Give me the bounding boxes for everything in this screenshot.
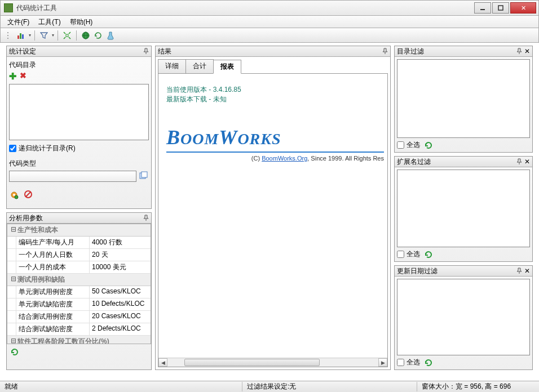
scroll-right-icon[interactable]: ▶ <box>378 358 387 367</box>
menu-help[interactable]: 帮助(H) <box>65 16 98 28</box>
date-select-all-label: 全选 <box>407 358 420 367</box>
horizontal-scrollbar[interactable]: ◀ ▶ <box>158 358 387 367</box>
svg-rect-13 <box>142 172 147 177</box>
pin-icon[interactable] <box>516 268 522 274</box>
status-bar: 就绪 过滤结果设定:无 窗体大小：宽 = 956, 高 = 696 <box>0 381 539 392</box>
svg-point-15 <box>13 194 15 196</box>
pin-icon[interactable] <box>516 158 522 165</box>
svg-rect-6 <box>20 33 21 39</box>
filter-button[interactable]: ▾ <box>38 30 50 41</box>
toolbar: ▾ ▾ <box>0 28 539 43</box>
param-group-header[interactable]: ⊟生产性和成本 <box>7 224 151 237</box>
globe-button[interactable] <box>80 30 91 41</box>
gear-button[interactable] <box>9 190 19 200</box>
tab-total[interactable]: 合计 <box>185 59 214 73</box>
remove-dir-button[interactable]: ✖ <box>20 71 26 82</box>
panel-params: 分析用参数 ⊟生产性和成本编码生产率/每人月4000 行数一个人月的人日数20 … <box>6 212 152 370</box>
maximize-button[interactable] <box>492 2 509 14</box>
panel-filter-dir-title: 目录过滤 <box>397 47 516 56</box>
latest-version-line: 最新版本下载 - 未知 <box>166 95 384 104</box>
chart-button[interactable]: ▾ <box>15 30 26 41</box>
flask-button[interactable] <box>105 30 116 41</box>
tab-report[interactable]: 报表 <box>213 60 241 74</box>
panel-filter-dir: 目录过滤 ✕ 全选 <box>394 46 533 153</box>
param-grid[interactable]: ⊟生产性和成本编码生产率/每人月4000 行数一个人月的人日数20 天一个人月的… <box>7 224 151 344</box>
panel-settings: 统计设定 代码目录 ✚ ✖ 递归统计子目录(R) 代码类型 <box>6 46 152 209</box>
svg-point-4 <box>7 38 8 39</box>
ext-select-all-checkbox[interactable] <box>397 251 404 258</box>
pin-icon[interactable] <box>143 215 149 221</box>
param-row[interactable]: 结合测试缺陷密度2 Defects/KLOC <box>7 323 151 336</box>
code-type-combo[interactable] <box>9 171 136 182</box>
param-group-header[interactable]: ⊟测试用例和缺陷 <box>7 274 151 286</box>
workspace: 统计设定 代码目录 ✚ ✖ 递归统计子目录(R) 代码类型 <box>1 43 538 381</box>
pin-icon[interactable] <box>143 48 149 55</box>
forbid-button[interactable] <box>24 190 33 200</box>
recursive-checkbox[interactable] <box>9 145 16 152</box>
svg-point-2 <box>7 32 8 33</box>
scroll-thumb[interactable] <box>184 359 320 366</box>
close-panel-icon[interactable]: ✕ <box>524 267 530 275</box>
recursive-label: 递归统计子目录(R) <box>19 144 76 153</box>
ext-select-all-label: 全选 <box>407 250 420 259</box>
add-dir-button[interactable]: ✚ <box>9 71 16 82</box>
expand-button[interactable] <box>61 30 73 41</box>
dir-select-all-checkbox[interactable] <box>397 141 404 149</box>
dir-select-all-label: 全选 <box>407 140 420 150</box>
logo-text: BOOMWORKS <box>166 126 384 149</box>
panel-settings-title: 统计设定 <box>9 47 143 56</box>
svg-point-16 <box>15 195 18 199</box>
pin-icon[interactable] <box>382 48 388 55</box>
grip-icon <box>3 30 14 41</box>
refresh-globe-button[interactable] <box>92 30 104 41</box>
param-row[interactable]: 一个人月的成本10000 美元 <box>7 261 151 274</box>
ext-refresh-button[interactable] <box>425 251 432 259</box>
refresh-params-button[interactable] <box>10 348 151 357</box>
param-group-header[interactable]: ⊟软件工程各阶段工数百分比(%) <box>7 336 151 344</box>
pin-icon[interactable] <box>516 48 522 55</box>
result-tabs: 详细 合计 报表 <box>158 59 388 74</box>
svg-rect-8 <box>66 34 68 37</box>
window-controls: ✕ <box>473 2 536 14</box>
param-row[interactable]: 一个人月的人日数20 天 <box>7 249 151 261</box>
menu-file[interactable]: 文件(F) <box>3 16 34 28</box>
svg-rect-5 <box>17 35 19 39</box>
tab-detail[interactable]: 详细 <box>158 59 186 73</box>
panel-results-title: 结果 <box>158 47 382 56</box>
param-row[interactable]: 单元测试缺陷密度10 Defects/KLOC <box>7 299 151 311</box>
param-row[interactable]: 结合测试用例密度20 Cases/KLOC <box>7 311 151 323</box>
param-row[interactable]: 编码生产率/每人月4000 行数 <box>7 237 151 249</box>
svg-rect-1 <box>498 6 503 10</box>
code-type-side-button[interactable] <box>139 171 149 181</box>
status-ready: 就绪 <box>0 382 242 391</box>
menu-tools[interactable]: 工具(T) <box>34 16 65 28</box>
date-select-all-checkbox[interactable] <box>397 359 404 366</box>
param-row[interactable]: 单元测试用例密度50 Cases/KLOC <box>7 286 151 299</box>
menu-bar: 文件(F) 工具(T) 帮助(H) <box>0 16 539 28</box>
close-button[interactable]: ✕ <box>510 2 536 14</box>
panel-filter-date: 更新日期过滤 ✕ 全选 <box>394 265 533 370</box>
current-version-line: 当前使用版本 - 3.4.16.85 <box>166 85 384 95</box>
code-dir-list[interactable] <box>9 84 149 140</box>
ext-filter-list[interactable] <box>397 170 530 247</box>
report-area: 当前使用版本 - 3.4.16.85 最新版本下载 - 未知 BOOMWORKS… <box>158 74 388 367</box>
title-bar: 代码统计工具 ✕ <box>0 0 539 16</box>
svg-rect-0 <box>480 9 485 10</box>
close-panel-icon[interactable]: ✕ <box>524 47 530 55</box>
panel-results: 结果 详细 合计 报表 当前使用版本 - 3.4.16.85 最新版本下载 - … <box>155 46 391 370</box>
scroll-left-icon[interactable]: ◀ <box>158 358 167 367</box>
close-panel-icon[interactable]: ✕ <box>524 158 530 166</box>
panel-filter-date-title: 更新日期过滤 <box>397 266 516 276</box>
panel-results-header: 结果 <box>156 46 390 57</box>
date-filter-list[interactable] <box>397 279 530 355</box>
copyright-link[interactable]: BoomWorks.Org <box>262 155 307 162</box>
logo-underline <box>166 152 384 153</box>
status-size: 窗体大小：宽 = 956, 高 = 696 <box>417 382 539 391</box>
panel-params-header: 分析用参数 <box>7 213 151 224</box>
dir-refresh-button[interactable] <box>425 141 432 149</box>
dir-filter-list[interactable] <box>397 59 530 138</box>
minimize-button[interactable] <box>474 2 491 14</box>
copyright-line: (C) BoomWorks.Org, Since 1999. All Right… <box>166 155 384 162</box>
status-filter: 过滤结果设定:无 <box>242 382 417 391</box>
date-refresh-button[interactable] <box>425 359 432 367</box>
